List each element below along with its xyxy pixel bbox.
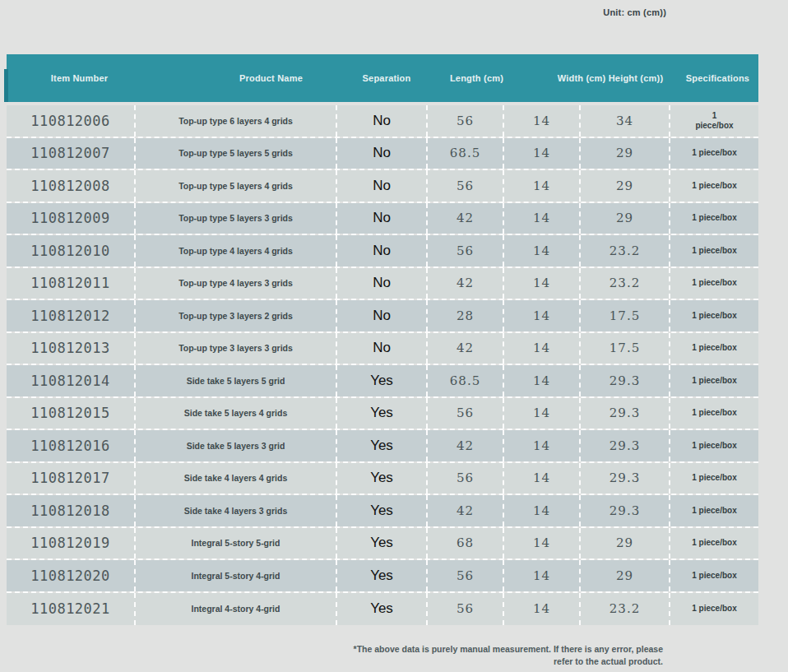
length-cell: 42 [428,268,504,299]
width-cell: 14 [504,203,581,234]
table-row: 110812017 Side take 4 layers 4 grids Yes… [7,463,758,496]
header-width-height: Width (cm) Height (cm)) [504,54,670,102]
item-number-cell: 110812016 [7,430,136,461]
separation-cell: No [337,300,428,331]
product-spec-sheet: { "page": { "unit_note": "Unit: cm (cm))… [0,0,788,672]
specifications-cell: 1 piece/box [670,398,758,429]
product-name-cell: Top-up type 5 layers 5 grids [136,138,337,169]
height-cell: 29 [581,203,670,234]
height-cell: 29 [581,170,670,202]
length-cell: 68.5 [428,138,504,169]
table-row: 110812009 Top-up type 5 layers 3 grids N… [7,203,758,236]
table-body: 110812006 Top-up type 6 layers 4 grids N… [7,105,758,625]
width-cell: 14 [504,365,581,396]
length-cell: 42 [428,333,504,364]
length-cell: 56 [428,105,504,137]
item-number-cell: 110812010 [7,235,136,266]
specifications-cell: 1 piece/box [670,138,758,169]
item-number-cell: 110812007 [7,138,136,169]
footnote-line-2: refer to the actual product. [354,656,663,668]
header-item-number: Item Number [7,54,136,102]
product-name-cell: Top-up type 5 layers 3 grids [136,203,337,234]
length-cell: 56 [428,463,504,494]
table-row: 110812018 Side take 4 layers 3 grids Yes… [7,495,758,528]
product-name-cell: Top-up type 3 layers 3 grids [136,333,337,364]
length-cell: 56 [428,398,504,429]
length-cell: 68.5 [428,365,504,396]
product-name-cell: Side take 4 layers 3 grids [136,495,337,526]
specifications-cell: 1 piece/box [670,528,758,559]
header-separation: Separation [337,54,428,102]
separation-cell: No [337,333,428,364]
separation-cell: Yes [337,463,428,494]
item-number-cell: 110812019 [7,528,136,559]
product-name-cell: Integral 5-story 5-grid [136,528,337,559]
width-cell: 14 [504,528,581,559]
separation-cell: Yes [337,495,428,526]
product-name-cell: Side take 4 layers 4 grids [136,463,337,494]
table-row: 110812015 Side take 5 layers 4 grids Yes… [7,398,758,431]
width-cell: 14 [504,268,581,299]
item-number-cell: 110812017 [7,463,136,494]
length-cell: 56 [428,235,504,266]
product-name-cell: Top-up type 4 layers 4 grids [136,235,337,266]
table-row: 110812021 Integral 4-story 4-grid Yes 56… [7,593,758,626]
length-cell: 56 [428,593,504,626]
width-cell: 14 [504,495,581,526]
height-cell: 29.3 [581,495,670,526]
specifications-cell: 1 piece/box [670,365,758,396]
specifications-cell: 1 piece/box [670,430,758,461]
height-cell: 34 [581,105,670,137]
table-row: 110812012 Top-up type 3 layers 2 grids N… [7,300,758,333]
product-name-cell: Top-up type 3 layers 2 grids [136,300,337,331]
table-row: 110812007 Top-up type 5 layers 5 grids N… [7,138,758,171]
footnote-line-1: *The above data is purely manual measure… [354,643,663,656]
height-cell: 17.5 [581,300,670,331]
specifications-cell: 1 piece/box [670,495,758,526]
height-cell: 23.2 [581,235,670,266]
length-cell: 68 [428,528,504,559]
table-row: 110812008 Top-up type 5 layers 4 grids N… [7,170,758,203]
specifications-cell: 1 piece/box [670,593,758,626]
height-cell: 23.2 [581,593,670,626]
height-cell: 29 [581,560,670,591]
width-cell: 14 [504,333,581,364]
specifications-cell: 1 piece/box [670,203,758,234]
table-row: 110812011 Top-up type 4 layers 3 grids N… [7,268,758,301]
table-row: 110812013 Top-up type 3 layers 3 grids N… [7,333,758,366]
table-row: 110812014 Side take 5 layers 5 grid Yes … [7,365,758,398]
item-number-cell: 110812011 [7,268,136,299]
table-row: 110812006 Top-up type 6 layers 4 grids N… [7,105,758,138]
width-cell: 14 [504,398,581,429]
width-cell: 14 [504,560,581,591]
length-cell: 42 [428,203,504,234]
table-header-row: Item Number Product Name Separation Leng… [7,54,758,102]
item-number-cell: 110812008 [7,170,136,202]
table-row: 110812020 Integral 5-story 4-grid Yes 56… [7,560,758,593]
separation-cell: No [337,138,428,169]
item-number-cell: 110812015 [7,398,136,429]
item-number-cell: 110812018 [7,495,136,526]
table-row: 110812010 Top-up type 4 layers 4 grids N… [7,235,758,268]
header-product-name: Product Name [136,54,337,102]
height-cell: 29 [581,138,670,169]
separation-cell: No [337,268,428,299]
specifications-cell: 1 piece/box [670,463,758,494]
item-number-cell: 110812013 [7,333,136,364]
table-row: 110812016 Side take 5 layers 3 grid Yes … [7,430,758,463]
width-cell: 14 [504,138,581,169]
width-cell: 14 [504,300,581,331]
separation-cell: No [337,235,428,266]
product-name-cell: Side take 5 layers 4 grids [136,398,337,429]
width-cell: 14 [504,170,581,202]
item-number-cell: 110812020 [7,560,136,591]
separation-cell: No [337,170,428,202]
height-cell: 29.3 [581,398,670,429]
height-cell: 29.3 [581,430,670,461]
specifications-cell: 1 piece/box [670,300,758,331]
product-name-cell: Top-up type 5 layers 4 grids [136,170,337,202]
item-number-cell: 110812012 [7,300,136,331]
header-specifications: Specifications [670,54,758,102]
item-number-cell: 110812021 [7,593,136,626]
product-spec-table: Item Number Product Name Separation Leng… [7,54,758,625]
